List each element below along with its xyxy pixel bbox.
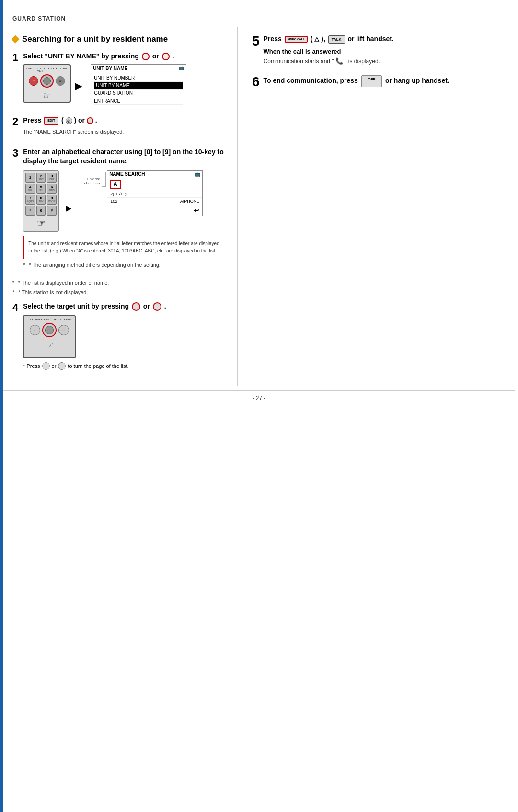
center-knob[interactable] (40, 74, 54, 88)
step4-title: Select the target unit by pressing or . (23, 302, 224, 311)
step3b-note2: * This station is not displayed. (12, 289, 228, 296)
key-3[interactable]: 3DEF (47, 173, 57, 183)
answered-desc: Communication starts and " 📞 " is displa… (264, 57, 487, 66)
left-column: Searching for a unit by resident name 1 … (3, 27, 238, 386)
hand-s4: ☞ (26, 339, 73, 351)
step1-screen: UNIT BY NAME 📺 UNIT BY NUMBER UNIT BY NA… (91, 64, 186, 107)
video-call-btn[interactable]: VIDEO CALL (285, 36, 308, 43)
page-container: GUARD STATION Searching for a unit by re… (0, 0, 518, 812)
answered-text2: " is displayed. (345, 58, 380, 65)
key-1[interactable]: 1 (25, 173, 35, 183)
key-star[interactable]: * (25, 206, 35, 216)
back-icon: ↩ (194, 206, 199, 214)
step4-or: or (143, 302, 152, 310)
talk-btn[interactable]: TALK (328, 35, 345, 44)
step4-top-labels: EDIT VIDEO CALL LIST SETTING (26, 318, 73, 321)
step2-note: The "NAME SEARCH" screen is displayed. (23, 128, 224, 136)
result-num: 102 (110, 199, 117, 204)
header-title: GUARD STATION (12, 15, 66, 22)
gs-panel-top: EDIT VIDEO CALL LIST SETTING (26, 67, 68, 73)
ns-header: NAME SEARCH 📺 (107, 171, 202, 178)
step4-left-btn[interactable]: ← (30, 325, 40, 335)
step1-diagram: EDIT VIDEO CALL LIST SETTING ← (23, 64, 224, 107)
step5: 5 Press VIDEO CALL ( △ ), (252, 34, 487, 66)
step4-panel: EDIT VIDEO CALL LIST SETTING ← ⊙ (23, 315, 76, 358)
key-4[interactable]: 4GHI (25, 184, 35, 194)
key-hash[interactable]: # (47, 206, 57, 216)
select-btn-1 (132, 302, 140, 311)
right-knob[interactable]: ⊙ (56, 76, 65, 86)
key-8[interactable]: 8TUV (36, 195, 46, 205)
step1-title-text: Select "UNIT BY NAME" by pressing (23, 52, 139, 60)
step3b-notes: * The list is displayed in order of name… (12, 279, 228, 296)
select-btn-2 (153, 302, 161, 311)
step1-content: Select "UNIT BY NAME" by pressing or . (23, 52, 224, 107)
ns-nav-row: ◁ 1 /1 ▷ (107, 191, 202, 197)
step5-prefix: Press (264, 35, 282, 43)
step3-note2: * The arranging method differs depending… (23, 262, 224, 269)
right-column: 5 Press VIDEO CALL ( △ ), (238, 27, 501, 386)
key-0[interactable]: 0 (36, 206, 46, 216)
key-9[interactable]: 9WXYZ (47, 195, 57, 205)
step3-title: Enter an alphabetical character using [0… (23, 148, 224, 166)
red-circle-btn (87, 117, 93, 124)
key-5[interactable]: 5JKL (36, 184, 46, 194)
edit-btn: EDIT (44, 117, 58, 125)
menu-item-1: UNIT BY NUMBER (94, 74, 183, 82)
content-area: Searching for a unit by resident name 1 … (3, 27, 518, 386)
step1-title: Select "UNIT BY NAME" by pressing or . (23, 52, 224, 61)
ns-result-row: 102 AIPHONE (107, 197, 202, 205)
gs-panel-container: EDIT VIDEO CALL LIST SETTING ← (23, 64, 71, 103)
step1-number: 1 (12, 52, 18, 63)
step4-number: 4 (12, 302, 18, 313)
label-setg: SETTING (56, 67, 68, 73)
key-7[interactable]: 7PQRS (25, 195, 35, 205)
page-footer: - 27 - (3, 390, 515, 401)
step1: 1 Select "UNIT BY NAME" by pressing or . (12, 52, 228, 107)
page-btn-1 (42, 362, 50, 370)
step5-suffix: or lift handset. (347, 35, 393, 43)
step4-center-btn[interactable] (42, 323, 57, 337)
off-btn[interactable]: OFF ───── (361, 75, 382, 88)
entered-char-label: Entered character (78, 177, 102, 185)
step4-note-prefix: * Press (23, 363, 40, 369)
ns-screen: NAME SEARCH 📺 A ◁ 1 /1 ▷ (107, 170, 203, 216)
ns-monitor: 📺 (195, 172, 200, 177)
answered-box: When the call is answered Communication … (264, 48, 487, 66)
step2-title: Press EDIT ( ◎ ) or . (23, 116, 224, 126)
step3-note-box: The unit # and resident names whose init… (23, 236, 224, 259)
key-6[interactable]: 6MNO (47, 184, 57, 194)
step6-title: To end communication, press OFF ───── or… (264, 75, 487, 88)
kp-row2: 4GHI 5JKL 6MNO (25, 184, 57, 194)
result-name: AIPHONE (180, 199, 200, 204)
gs-panel: EDIT VIDEO CALL LIST SETTING ← (23, 64, 71, 103)
ns-nav-count: 1 /1 (115, 192, 123, 196)
phone-icon: 📞 (335, 57, 343, 65)
kp-row3: 7PQRS 8TUV 9WXYZ (25, 195, 57, 205)
kp-row4: * 0 # (25, 206, 57, 216)
step5-title: Press VIDEO CALL ( △ ), TALK (264, 34, 487, 44)
step4-right-btn[interactable]: ⊙ (58, 325, 69, 335)
screen-body: UNIT BY NUMBER UNIT BY NAME GUARD STATIO… (91, 72, 186, 107)
hand-s3: ☞ (25, 217, 57, 229)
left-knob[interactable]: ← (29, 76, 38, 86)
ns-bottom: ↩ (107, 205, 202, 216)
section-heading-text: Searching for a unit by resident name (22, 34, 168, 44)
step2: 2 Press EDIT ( ◎ ) or . The "NA (12, 116, 228, 139)
step5-num: 5 (252, 34, 260, 48)
step4-note-suffix: to turn the page of the list. (68, 363, 128, 369)
step1-or: or (152, 52, 161, 60)
step6-num: 6 (252, 75, 260, 89)
menu-item-2: UNIT BY NAME (94, 82, 183, 90)
step3b-note1: * The list is displayed in order of name… (12, 279, 228, 286)
left-bar (0, 0, 3, 812)
page-number: - 27 - (252, 395, 265, 406)
header: GUARD STATION (3, 10, 518, 27)
circle-check: ◎ (66, 117, 72, 124)
step6: 6 To end communication, press OFF ───── … (252, 75, 487, 89)
step3-note1: The unit # and resident names whose init… (28, 240, 220, 254)
step2-content: Press EDIT ( ◎ ) or . The "NAME SEARCH" … (23, 116, 224, 139)
label-edit: EDIT (26, 67, 33, 73)
key-2[interactable]: 2ABC (36, 173, 46, 183)
step2-number: 2 (12, 116, 18, 127)
